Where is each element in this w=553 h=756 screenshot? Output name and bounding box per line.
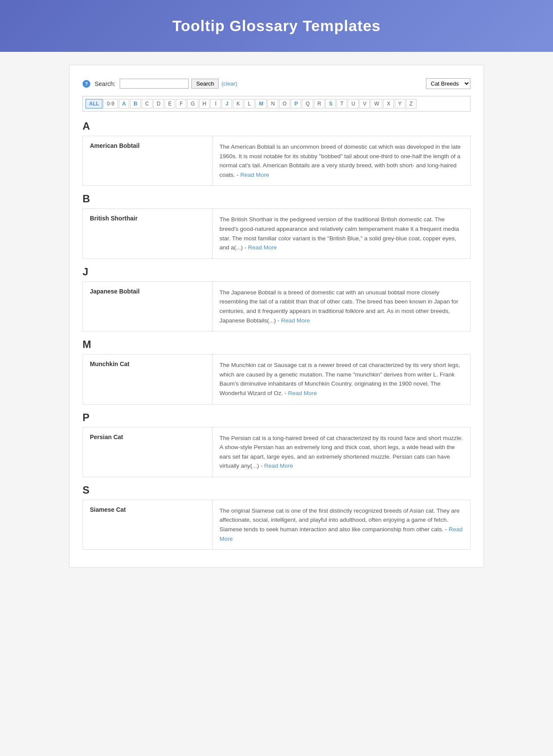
alpha-btn-p[interactable]: P: [291, 99, 301, 108]
entry-term: British Shorthair: [83, 209, 213, 258]
read-more-link[interactable]: Read More: [264, 463, 293, 469]
read-more-link[interactable]: Read More: [288, 390, 317, 396]
entry-description: The Japanese Bobtail is a breed of domes…: [213, 282, 470, 331]
entry-term: Siamese Cat: [83, 500, 213, 549]
category-dropdown[interactable]: Cat BreedsDog BreedsBird Breeds: [426, 78, 470, 89]
entry-row: Japanese BobtailThe Japanese Bobtail is …: [83, 281, 470, 332]
alpha-btn-d[interactable]: D: [153, 99, 164, 108]
entry-term: American Bobtail: [83, 136, 213, 185]
read-more-link[interactable]: Read More: [281, 317, 310, 324]
section-letter-b: B: [83, 193, 470, 205]
alpha-btn-0-9[interactable]: 0-9: [103, 99, 118, 108]
read-more-link[interactable]: Read More: [219, 526, 463, 542]
alpha-btn-t[interactable]: T: [337, 99, 347, 108]
alpha-btn-b[interactable]: B: [130, 99, 141, 108]
entry-term: Persian Cat: [83, 427, 213, 477]
alpha-btn-j[interactable]: J: [222, 99, 232, 108]
section-letter-s: S: [83, 484, 470, 496]
entry-row: British ShorthairThe British Shorthair i…: [83, 208, 470, 258]
section-letter-a: A: [83, 120, 470, 132]
entry-row: Munchkin CatThe Munchkin cat or Sausage …: [83, 354, 470, 404]
main-content: ? Search: Search (clear) Cat BreedsDog B…: [69, 65, 484, 568]
alpha-btn-i[interactable]: I: [210, 99, 221, 108]
alpha-btn-all[interactable]: ALL: [86, 99, 102, 108]
entry-description: The American Bobtail is an uncommon bree…: [213, 136, 470, 185]
alpha-btn-e[interactable]: E: [165, 99, 175, 108]
search-input[interactable]: [120, 79, 189, 89]
alpha-btn-x[interactable]: X: [383, 99, 394, 108]
entry-description: The Munchkin cat or Sausage cat is a new…: [213, 354, 470, 404]
alphabet-filter: ALL0-9ABCDEFGHIJKLMNOPQRSTUVWXYZ: [83, 96, 470, 112]
entry-row: Persian CatThe Persian cat is a long-hai…: [83, 427, 470, 477]
entry-description: The original Siamese cat is one of the f…: [213, 500, 470, 549]
alpha-btn-y[interactable]: Y: [395, 99, 405, 108]
section-letter-m: M: [83, 338, 470, 351]
page-title: Tooltip Glossary Templates: [9, 17, 544, 35]
alpha-btn-n[interactable]: N: [267, 99, 278, 108]
read-more-link[interactable]: Read More: [240, 172, 269, 178]
section-letter-p: P: [83, 411, 470, 424]
alpha-btn-r[interactable]: R: [314, 99, 325, 108]
entry-row: American BobtailThe American Bobtail is …: [83, 136, 470, 186]
alpha-btn-v[interactable]: V: [359, 99, 370, 108]
alpha-btn-u[interactable]: U: [348, 99, 359, 108]
entry-description: The Persian cat is a long-haired breed o…: [213, 427, 470, 477]
entry-description: The British Shorthair is the pedigreed v…: [213, 209, 470, 258]
alpha-btn-z[interactable]: Z: [406, 99, 416, 108]
section-letter-j: J: [83, 266, 470, 278]
alpha-btn-o[interactable]: O: [279, 99, 290, 108]
page-header: Tooltip Glossary Templates: [0, 0, 553, 52]
alpha-btn-a[interactable]: A: [119, 99, 130, 108]
alpha-btn-m[interactable]: M: [255, 99, 267, 108]
read-more-link[interactable]: Read More: [248, 244, 277, 251]
glossary-sections: AAmerican BobtailThe American Bobtail is…: [83, 120, 470, 550]
alpha-btn-c[interactable]: C: [142, 99, 153, 108]
entry-term: Japanese Bobtail: [83, 282, 213, 331]
alpha-btn-q[interactable]: Q: [302, 99, 313, 108]
entry-row: Siamese CatThe original Siamese cat is o…: [83, 500, 470, 550]
search-bar: ? Search: Search (clear) Cat BreedsDog B…: [83, 78, 470, 89]
search-label: Search:: [95, 80, 115, 87]
clear-link[interactable]: (clear): [221, 80, 237, 87]
alpha-btn-f[interactable]: F: [176, 99, 186, 108]
alpha-btn-g[interactable]: G: [187, 99, 198, 108]
alpha-btn-s[interactable]: S: [325, 99, 336, 108]
alpha-btn-w[interactable]: W: [371, 99, 382, 108]
entry-term: Munchkin Cat: [83, 354, 213, 404]
alpha-btn-h[interactable]: H: [199, 99, 210, 108]
alpha-btn-l[interactable]: L: [244, 99, 254, 108]
help-icon[interactable]: ?: [83, 80, 90, 88]
alpha-btn-k[interactable]: K: [233, 99, 243, 108]
search-button[interactable]: Search: [191, 79, 219, 89]
